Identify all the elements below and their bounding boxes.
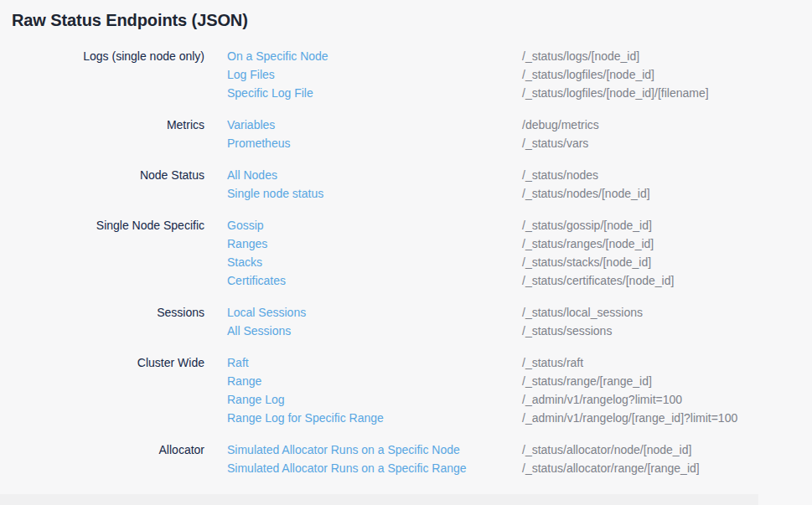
endpoint-path: /_status/logfiles/[node_id]/[filename] xyxy=(522,84,812,102)
endpoint-link[interactable]: Variables xyxy=(227,116,522,134)
endpoint-link[interactable]: Local Sessions xyxy=(227,303,522,322)
endpoint-link[interactable]: Simulated Allocator Runs on a Specific N… xyxy=(227,441,522,459)
endpoint-path: /_status/raft xyxy=(522,353,812,372)
endpoint-link[interactable]: Simulated Allocator Runs on a Specific R… xyxy=(227,459,522,477)
endpoint-category-label: Allocator xyxy=(0,441,227,477)
endpoint-path: /_status/sessions xyxy=(522,322,812,340)
endpoint-category-label: Single Node Specific xyxy=(0,216,227,290)
endpoint-path: /_status/stacks/[node_id] xyxy=(522,253,812,271)
endpoint-path: /_status/ranges/[node_id] xyxy=(522,234,812,253)
endpoint-links-column: VariablesPrometheus xyxy=(227,116,522,152)
endpoint-paths-column: /_status/logs/[node_id]/_status/logfiles… xyxy=(522,47,812,102)
endpoint-paths-column: /_status/nodes/_status/nodes/[node_id] xyxy=(522,166,812,203)
endpoint-category-label: Cluster Wide xyxy=(0,353,227,427)
endpoint-link[interactable]: Specific Log File xyxy=(227,84,522,102)
endpoint-link[interactable]: Log Files xyxy=(227,65,522,84)
endpoint-links-column: On a Specific NodeLog FilesSpecific Log … xyxy=(227,47,522,102)
endpoint-link[interactable]: All Nodes xyxy=(227,166,522,184)
endpoint-link[interactable]: Raft xyxy=(227,353,522,372)
raw-status-endpoints-page: Raw Status Endpoints (JSON) Logs (single… xyxy=(0,0,812,477)
endpoint-group: Sessions Local SessionsAll Sessions /_st… xyxy=(0,303,812,340)
endpoint-links-column: Simulated Allocator Runs on a Specific N… xyxy=(227,441,522,477)
endpoint-links-column: RaftRangeRange LogRange Log for Specific… xyxy=(227,353,522,427)
endpoint-path: /_status/nodes xyxy=(522,166,812,184)
endpoint-link[interactable]: Prometheus xyxy=(227,134,522,152)
endpoint-path: /_admin/v1/rangelog?limit=100 xyxy=(522,390,812,409)
endpoint-path: /_status/certificates/[node_id] xyxy=(522,271,812,290)
endpoint-link[interactable]: Range Log for Specific Range xyxy=(227,409,522,427)
endpoint-group: Allocator Simulated Allocator Runs on a … xyxy=(0,441,812,477)
endpoint-paths-column: /debug/metrics/_status/vars xyxy=(522,116,812,152)
endpoint-category-label: Sessions xyxy=(0,303,227,340)
endpoint-group: Node Status All NodesSingle node status … xyxy=(0,166,812,203)
endpoint-group: Cluster Wide RaftRangeRange LogRange Log… xyxy=(0,353,812,427)
endpoint-link[interactable]: On a Specific Node xyxy=(227,47,522,65)
endpoint-path: /_status/vars xyxy=(522,134,812,152)
endpoint-path: /_status/logfiles/[node_id] xyxy=(522,65,812,84)
endpoint-group: Logs (single node only) On a Specific No… xyxy=(0,47,812,102)
endpoint-path: /_status/gossip/[node_id] xyxy=(522,216,812,234)
endpoint-path: /_status/logs/[node_id] xyxy=(522,47,812,65)
endpoint-path: /_status/range/[range_id] xyxy=(522,372,812,390)
endpoint-links-column: GossipRangesStacksCertificates xyxy=(227,216,522,290)
endpoints-table: Logs (single node only) On a Specific No… xyxy=(0,47,812,477)
footer-strip xyxy=(0,494,758,505)
endpoint-path: /debug/metrics xyxy=(522,116,812,134)
endpoint-group: Metrics VariablesPrometheus /debug/metri… xyxy=(0,116,812,152)
page-title: Raw Status Endpoints (JSON) xyxy=(0,0,812,30)
endpoint-links-column: All NodesSingle node status xyxy=(227,166,522,203)
endpoint-path: /_admin/v1/rangelog/[range_id]?limit=100 xyxy=(522,409,812,427)
endpoint-link[interactable]: Stacks xyxy=(227,253,522,271)
endpoint-paths-column: /_status/raft/_status/range/[range_id]/_… xyxy=(522,353,812,427)
endpoint-path: /_status/allocator/node/[node_id] xyxy=(522,441,812,459)
endpoint-path: /_status/nodes/[node_id] xyxy=(522,184,812,203)
endpoint-category-label: Logs (single node only) xyxy=(0,47,227,102)
endpoint-link[interactable]: Gossip xyxy=(227,216,522,234)
endpoint-link[interactable]: Range xyxy=(227,372,522,390)
endpoint-paths-column: /_status/gossip/[node_id]/_status/ranges… xyxy=(522,216,812,290)
endpoint-path: /_status/allocator/range/[range_id] xyxy=(522,459,812,477)
endpoint-path: /_status/local_sessions xyxy=(522,303,812,322)
endpoint-link[interactable]: Range Log xyxy=(227,390,522,409)
endpoint-links-column: Local SessionsAll Sessions xyxy=(227,303,522,340)
endpoint-category-label: Node Status xyxy=(0,166,227,203)
endpoint-paths-column: /_status/allocator/node/[node_id]/_statu… xyxy=(522,441,812,477)
endpoint-link[interactable]: Single node status xyxy=(227,184,522,203)
endpoint-group: Single Node Specific GossipRangesStacksC… xyxy=(0,216,812,290)
endpoint-category-label: Metrics xyxy=(0,116,227,152)
endpoint-paths-column: /_status/local_sessions/_status/sessions xyxy=(522,303,812,340)
endpoint-link[interactable]: All Sessions xyxy=(227,322,522,340)
endpoint-link[interactable]: Certificates xyxy=(227,271,522,290)
endpoint-link[interactable]: Ranges xyxy=(227,234,522,253)
